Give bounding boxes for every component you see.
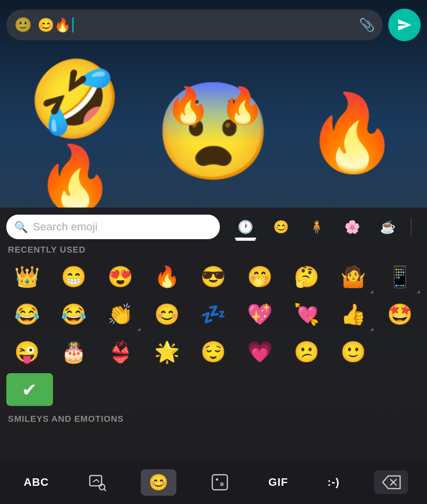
emoji-pink-heart[interactable]: 💗 [237,333,283,371]
emoji-worried[interactable]: 😕 [283,333,330,371]
emoji-grid-row3: 😜 🎂 👙 🌟 😌 💗 😕 🙂 ✔ [0,333,427,408]
image-search-button[interactable] [83,470,111,495]
recently-used-label: RECENTLY USED [0,239,427,258]
emoji-thinking[interactable]: 🤔 [283,258,330,296]
emoji-thumbs-up[interactable]: 👍 [330,296,376,333]
emoticon-button[interactable]: :-) [323,473,344,492]
search-and-tabs-row: 🔍 Search emoji 🕐 😊 🧍 🌸 ☕ [0,208,427,239]
image-search-icon [88,473,106,491]
backspace-button[interactable] [374,470,408,494]
tab-people[interactable]: 🧍 [304,216,329,238]
recent-tab-icon: 🕐 [238,219,253,234]
emoji-shrug[interactable]: 🤷 [330,258,376,296]
tab-recent[interactable]: 🕐 [233,216,258,238]
emoji-heart-eyes[interactable]: 😍 [97,258,144,296]
people-tab-icon: 🧍 [309,219,325,234]
large-emoji-right: 🔥 [305,95,399,170]
emoji-fire[interactable]: 🔥 [144,258,190,296]
svg-line-4 [96,479,99,482]
smileys-emotions-label: SMILEYS AND EMOTIONS [0,408,427,427]
emoji-grid-row2: 😂 😂 👏 😊 💤 💖 💘 👍 🤩 [0,296,427,333]
checkmark-icon: ✔ [22,379,37,400]
emoji-preview-area: 🤣🔥 😨 🔥 🔥 🔥 [0,45,427,211]
emoji-hand-over-mouth[interactable]: 🤭 [237,258,283,296]
tab-smileys[interactable]: 😊 [268,216,294,238]
emoji-checkmark-confirm[interactable]: ✔ [6,373,53,406]
emoji-smile[interactable]: 😊 [144,296,190,333]
emoji-kb-icon: 😊 [149,473,168,492]
sticker-icon [211,473,229,491]
emoji-sun[interactable]: 🌟 [144,333,190,371]
emoji-keyboard-panel: 🔍 Search emoji 🕐 😊 🧍 🌸 ☕ RECENTLY USED [0,208,427,504]
send-icon [397,17,412,32]
large-emoji-left: 🤣🔥 [28,61,122,211]
abc-button[interactable]: ABC [19,473,54,492]
emoji-toggle-icon[interactable]: 🙂 [14,17,32,33]
message-emoji-text: 😊🔥 [38,17,71,33]
search-placeholder-text: Search emoji [33,221,97,233]
svg-line-2 [104,489,106,491]
abc-label: ABC [24,476,49,489]
smileys-tab-icon: 😊 [273,219,289,234]
emoji-relieved[interactable]: 😌 [190,333,237,371]
emoji-keyboard-button[interactable]: 😊 [141,469,176,496]
message-input-field[interactable]: 🙂 😊🔥 📎 [6,9,383,40]
emoji-star-struck[interactable]: 🤩 [376,296,423,333]
attachment-icon[interactable]: 📎 [359,17,375,32]
message-content: 😊🔥 [38,17,74,33]
text-cursor [72,17,74,32]
emoji-sunglasses[interactable]: 😎 [190,258,237,296]
objects-tab-icon: ☕ [380,219,396,234]
emoji-crown[interactable]: 👑 [4,258,51,296]
gif-label: GIF [268,476,288,489]
gif-button[interactable]: GIF [264,473,293,492]
emoji-joy[interactable]: 😂 [51,296,97,333]
emoji-grin[interactable]: 😁 [51,258,97,296]
emoji-tears-of-joy[interactable]: 😂 [4,296,51,333]
emoji-tongue-out[interactable]: 😜 [4,333,51,371]
svg-point-6 [216,478,218,481]
backspace-icon [381,474,401,490]
emoji-zzz[interactable]: 💤 [190,296,237,333]
emoji-phone[interactable]: 📱 [376,258,423,296]
emoji-clapping[interactable]: 👏 [97,296,144,333]
send-button[interactable] [388,9,421,41]
emoji-bikini[interactable]: 👙 [97,333,144,371]
nature-tab-icon: 🌸 [344,219,360,234]
emoticon-label: :-) [327,476,340,489]
emoji-search-box[interactable]: 🔍 Search emoji [6,215,220,239]
tab-objects[interactable]: ☕ [375,216,401,238]
large-emoji-center: 😨 🔥 🔥 [154,77,272,180]
tab-nature[interactable]: 🌸 [340,216,365,238]
message-bar: 🙂 😊🔥 📎 [6,7,421,43]
emoji-heart-arrow[interactable]: 💘 [283,296,330,333]
emoji-slightly-smiling[interactable]: 🙂 [330,333,376,371]
search-icon: 🔍 [14,221,28,234]
keyboard-bar: ABC 😊 GIF :-) [0,461,427,504]
emoji-grid-row1: 👑 😁 😍 🔥 😎 🤭 🤔 🤷 📱 [0,258,427,296]
category-tabs: 🕐 😊 🧍 🌸 ☕ [224,216,421,238]
svg-rect-5 [212,475,227,490]
sticker-button[interactable] [206,470,234,495]
tab-divider [411,218,412,236]
emoji-birthday-cake[interactable]: 🎂 [51,333,97,371]
emoji-sparkle-heart[interactable]: 💖 [237,296,283,333]
svg-line-3 [93,479,96,482]
